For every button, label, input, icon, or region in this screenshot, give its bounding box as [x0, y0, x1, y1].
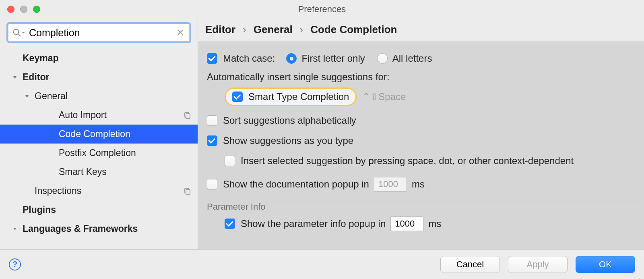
tree-item-keymap[interactable]: Keymap — [0, 49, 198, 68]
tree-item-label: Postfix Completion — [59, 148, 136, 158]
doc-popup-label: Show the documentation popup in — [223, 179, 369, 190]
breadcrumb-item[interactable]: General — [254, 23, 293, 36]
tree-item-inspections[interactable]: Inspections — [0, 181, 198, 200]
settings-panel: Match case: First letter only All letter… — [198, 41, 644, 249]
match-case-checkbox[interactable] — [207, 53, 217, 64]
all-letters-radio[interactable] — [377, 53, 388, 64]
section-divider — [272, 207, 639, 207]
help-button[interactable]: ? — [9, 258, 21, 271]
svg-rect-5 — [186, 189, 190, 194]
tree-item-label: Editor — [23, 72, 49, 83]
doc-popup-value-input[interactable] — [374, 177, 407, 192]
parameter-info-header: Parameter Info — [207, 202, 266, 212]
sort-alphabetically-label: Sort suggestions alphabetically — [223, 115, 356, 126]
smart-type-completion-highlight: Smart Type Completion — [225, 87, 357, 106]
titlebar: Preferences — [0, 0, 644, 18]
breadcrumb-item: Code Completion — [310, 23, 397, 36]
ok-button[interactable]: OK — [576, 256, 635, 273]
svg-point-0 — [14, 29, 19, 35]
scheme-copy-icon[interactable] — [183, 187, 191, 195]
smart-type-completion-checkbox[interactable] — [232, 92, 243, 102]
scheme-copy-icon[interactable] — [183, 111, 191, 119]
disclosure-triangle-icon[interactable] — [11, 227, 19, 231]
insert-selected-checkbox[interactable] — [225, 156, 235, 166]
match-case-label: Match case: — [223, 53, 275, 64]
tree-item-label: Smart Keys — [59, 167, 107, 177]
chevron-right-icon: › — [300, 23, 303, 36]
tree-item-editor[interactable]: Editor — [0, 68, 198, 87]
doc-popup-unit: ms — [412, 179, 425, 190]
tree-item-smart-keys[interactable]: Smart Keys — [0, 162, 198, 181]
content-area: Editor › General › Code Completion Match… — [198, 18, 644, 249]
auto-insert-header: Automatically insert single suggestions … — [207, 71, 390, 83]
smart-type-shortcut: ⌃⇧Space — [362, 91, 406, 102]
breadcrumb: Editor › General › Code Completion — [198, 18, 644, 41]
cancel-button[interactable]: Cancel — [440, 256, 500, 273]
doc-popup-checkbox[interactable] — [207, 179, 217, 189]
tree-item-label: Code Completion — [59, 129, 130, 140]
param-info-value-input[interactable] — [390, 217, 423, 231]
sidebar: ✕ KeymapEditorGeneralAuto ImportCode Com… — [0, 18, 198, 249]
chevron-right-icon: › — [243, 23, 246, 36]
disclosure-triangle-icon[interactable] — [11, 75, 19, 80]
show-suggestions-label: Show suggestions as you type — [223, 135, 353, 146]
smart-type-completion-label: Smart Type Completion — [248, 91, 349, 102]
param-info-checkbox[interactable] — [225, 219, 235, 229]
show-suggestions-checkbox[interactable] — [207, 135, 217, 146]
sort-alphabetically-checkbox[interactable] — [207, 115, 217, 126]
tree-item-label: Languages & Frameworks — [23, 223, 138, 234]
tree-item-label: Plugins — [23, 204, 56, 215]
apply-button[interactable]: Apply — [508, 256, 568, 273]
footer: ? Cancel Apply OK — [0, 249, 644, 279]
tree-item-languages-frameworks[interactable]: Languages & Frameworks — [0, 219, 198, 238]
window-title: Preferences — [0, 4, 644, 15]
clear-search-icon[interactable]: ✕ — [175, 27, 186, 38]
tree-item-plugins[interactable]: Plugins — [0, 200, 198, 219]
first-letter-only-radio[interactable] — [286, 53, 297, 64]
param-info-unit: ms — [428, 218, 441, 229]
tree-item-label: Auto Import — [59, 110, 107, 121]
settings-tree: KeymapEditorGeneralAuto ImportCode Compl… — [0, 46, 198, 249]
search-dropdown-icon[interactable] — [21, 30, 26, 35]
tree-item-code-completion[interactable]: Code Completion — [0, 125, 198, 144]
tree-item-general[interactable]: General — [0, 87, 198, 106]
param-info-label: Show the parameter info popup in — [241, 218, 386, 229]
disclosure-triangle-icon[interactable] — [23, 94, 31, 99]
first-letter-only-label: First letter only — [301, 53, 365, 64]
tree-item-auto-import[interactable]: Auto Import — [0, 106, 198, 125]
insert-selected-label: Insert selected suggestion by pressing s… — [241, 155, 574, 167]
search-input[interactable] — [27, 27, 175, 39]
preferences-window: Preferences ✕ KeymapEditorGeneralAuto Im… — [0, 0, 644, 279]
svg-line-1 — [18, 34, 21, 36]
tree-item-label: Keymap — [23, 53, 58, 64]
svg-rect-3 — [186, 114, 190, 119]
search-field[interactable]: ✕ — [6, 22, 191, 43]
tree-item-label: Inspections — [35, 185, 81, 196]
search-icon — [12, 28, 22, 37]
tree-item-postfix-completion[interactable]: Postfix Completion — [0, 144, 198, 162]
all-letters-label: All letters — [392, 53, 432, 64]
breadcrumb-item[interactable]: Editor — [205, 23, 235, 36]
tree-item-label: General — [35, 91, 68, 102]
